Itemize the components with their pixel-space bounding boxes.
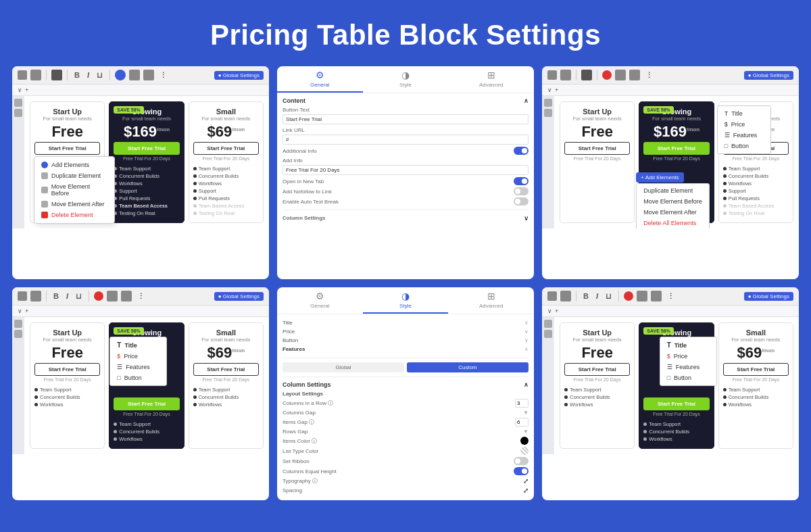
additional-info-toggle[interactable] [514,147,529,155]
menu-move-before[interactable]: Move Element Before [34,181,114,199]
dd-title-6[interactable]: T Title [660,339,716,351]
list-type-dot[interactable] [520,447,529,455]
action-icon-1[interactable] [14,99,22,107]
tab-general[interactable]: ⚙ General [277,66,363,93]
dd-price-4[interactable]: $ Price [110,351,166,362]
italic-btn[interactable]: I [85,70,91,80]
start-btn-small-4[interactable]: Start Free Trial [193,363,259,376]
trash-icon-6[interactable] [651,291,662,301]
chev5-price[interactable]: ∨ [524,329,529,335]
start-btn-startup-4[interactable]: Start Free Trial [34,363,100,376]
bold-btn[interactable]: B [72,70,82,80]
nav-expand-3[interactable]: ∨ [547,87,552,93]
global-settings-badge[interactable]: ● Global Settings [214,71,264,80]
start-btn-growing-3[interactable]: Start Free Trial [643,142,709,155]
typo-expand[interactable]: ⤢ [523,477,529,485]
start-btn-small-6[interactable]: Start Free Trial [723,363,789,376]
menu-after-3[interactable]: Move Element After [637,207,709,218]
link-btn[interactable]: ⊔ [95,70,105,80]
chev5-button[interactable]: ∨ [524,337,529,343]
trash-btn[interactable] [143,70,154,80]
dots-btn-4[interactable]: ⋮ [135,291,147,301]
dots-btn[interactable]: ⋮ [157,70,169,80]
menu-move-after[interactable]: Move Element After [34,199,114,210]
dd-button-6[interactable]: □ Button [660,372,716,383]
new-tab-toggle[interactable] [514,177,529,185]
nav-add-4[interactable]: + [25,308,28,314]
sub-title[interactable]: T Title [718,108,770,119]
start-btn-growing-4[interactable]: Start Free Trial [114,397,179,410]
nav-expand[interactable]: ∨ [18,87,22,93]
nav-add-3[interactable]: + [555,87,558,93]
copy-icon-6[interactable] [637,291,647,301]
equal-height-toggle[interactable] [514,467,529,475]
menu-before-3[interactable]: Move Element Before [637,196,709,207]
ribbon-toggle[interactable] [514,457,529,465]
copy-icon-3[interactable] [615,70,626,80]
dd-title-4[interactable]: T Title [110,339,166,351]
global-settings-badge-4[interactable]: ● Global Settings [214,292,264,301]
global-settings-badge-3[interactable]: ● Global Settings [744,71,793,80]
italic-btn-4[interactable]: I [64,291,70,301]
trash-icon-4[interactable] [121,291,132,301]
tab-style[interactable]: ◑ Style [363,66,449,93]
global-btn[interactable]: Global [282,362,404,372]
trash-icon-3[interactable] [629,70,640,80]
tab5-general[interactable]: ⚙ General [277,287,363,314]
tab5-style[interactable]: ◑ Style [363,287,449,314]
bold-btn-4[interactable]: B [51,291,61,301]
tab-advanced[interactable]: ⊞ Advanced [448,66,534,93]
chev5-features[interactable]: ∧ [524,346,529,352]
action-icon-4a[interactable] [14,320,22,328]
global-settings-badge-6[interactable]: ● Global Settings [744,292,793,301]
spacing-expand[interactable]: ⤢ [523,487,529,494]
items-color-dot[interactable] [520,437,529,445]
menu-delall-3[interactable]: Delete All Elements [637,218,709,228]
tab5-advanced[interactable]: ⊞ Advanced [448,287,534,314]
dots-btn-3[interactable]: ⋮ [643,70,655,80]
add-info-value[interactable]: Free Trial For 20 Days [282,165,529,175]
col-gap-chevron[interactable]: ▼ [523,410,529,416]
menu-add[interactable]: Add Elements [34,160,114,170]
action-icon-6a[interactable] [544,320,552,328]
menu-duplicate[interactable]: Duplicate Element [34,170,114,181]
action-icon-3a[interactable] [544,99,552,107]
copy-icon-4[interactable] [107,291,118,301]
dd-features-6[interactable]: ☰ Features [660,362,716,372]
col-settings-chev[interactable]: ∧ [524,381,529,388]
col-row-input[interactable] [515,399,529,408]
start-btn-startup-3[interactable]: Start Free Trial [564,142,630,155]
sub-features[interactable]: ☰ Features [718,130,770,141]
link-url-value[interactable]: # [282,135,529,145]
dd-features-4[interactable]: ☰ Features [110,362,166,372]
start-btn-growing-6[interactable]: Start Free Trial [643,397,709,410]
menu-delete[interactable]: Delete Element [34,210,114,220]
start-btn-startup-6[interactable]: Start Free Trial [564,363,630,376]
nav-expand-6[interactable]: ∨ [547,308,552,314]
nav-expand-4[interactable]: ∨ [18,308,22,314]
chev5-title[interactable]: ∨ [524,320,529,326]
custom-btn[interactable]: Custom [407,362,529,372]
link-btn-6[interactable]: ⊔ [604,291,614,301]
items-gap-input[interactable] [515,418,529,427]
rows-gap-chev[interactable]: ▼ [523,429,529,435]
sub-button[interactable]: □ Button [718,141,770,151]
add-elements-btn-3[interactable]: + Add Elements [636,172,683,183]
action-icon-2[interactable] [14,109,22,117]
menu-dup-3[interactable]: Duplicate Element [637,185,709,196]
sub-price[interactable]: $ Price [718,119,770,130]
autobreak-toggle[interactable] [514,197,529,205]
btn-text-value[interactable]: Start Free Trial [282,114,529,124]
bold-btn-6[interactable]: B [581,291,591,301]
nav-add[interactable]: + [25,87,28,93]
nofollow-toggle[interactable] [514,187,529,195]
link-btn-4[interactable]: ⊔ [74,291,84,301]
dots-btn-6[interactable]: ⋮ [665,291,677,301]
more-btn[interactable] [115,70,126,80]
action-icon-6b[interactable] [544,330,552,338]
start-btn-small[interactable]: Start Free Trial [193,142,259,155]
copy-btn[interactable] [129,70,140,80]
col-settings-chevron[interactable]: ∨ [524,214,529,222]
start-btn-growing[interactable]: Start Free Trial [114,142,179,155]
dd-price-6[interactable]: $ Price [660,351,716,362]
